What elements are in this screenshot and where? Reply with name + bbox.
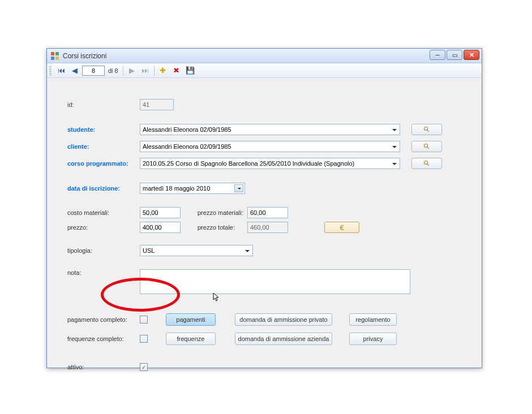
id-field: 41	[140, 99, 174, 110]
svg-point-4	[424, 127, 428, 131]
svg-point-8	[424, 161, 428, 165]
data-iscrizione-picker[interactable]: martedì 18 maggio 2010	[140, 183, 245, 194]
corso-label: corso programmato:	[67, 160, 140, 167]
window-controls: ─ ▭ ✕	[430, 50, 479, 60]
nota-textarea[interactable]	[140, 269, 410, 294]
domanda-azienda-button[interactable]: domanda di ammissione azienda	[235, 333, 332, 345]
studente-label: studente:	[67, 126, 140, 133]
data-iscrizione-label: data di iscrizione:	[67, 185, 140, 192]
frequenze-completo-checkbox[interactable]	[140, 335, 148, 343]
maximize-button[interactable]: ▭	[447, 50, 462, 60]
toolbar-grip	[49, 66, 52, 75]
nota-label: nota:	[67, 269, 140, 276]
delete-record-button[interactable]: ✖	[170, 64, 183, 77]
attivo-checkbox[interactable]: ✓	[140, 363, 148, 371]
corso-dropdown[interactable]: 2010.05.25 Corso di Spagnolo Barcellona …	[140, 158, 400, 169]
svg-line-5	[427, 130, 429, 132]
prezzo-materiali-input[interactable]	[247, 207, 288, 218]
attivo-label: attivo:	[67, 364, 140, 370]
frequenze-button[interactable]: frequenze	[166, 333, 216, 345]
regolamento-button[interactable]: regolamento	[349, 313, 397, 326]
prezzo-label: prezzo:	[67, 224, 140, 231]
add-record-button[interactable]: ✚	[157, 64, 169, 77]
last-record-button: ⏭	[139, 64, 152, 77]
id-label: id:	[67, 101, 140, 108]
cliente-search-button[interactable]	[411, 141, 442, 152]
studente-dropdown[interactable]: Alessandri Eleonora 02/09/1985	[140, 124, 400, 135]
tipologia-label: tipologia:	[67, 247, 140, 254]
next-record-button: ▶	[126, 64, 138, 77]
tipologia-dropdown[interactable]: USL	[140, 245, 253, 256]
separator	[123, 66, 123, 76]
svg-rect-1	[55, 52, 59, 55]
pagamenti-button[interactable]: pagamenti	[166, 313, 216, 326]
prezzo-totale-label: prezzo totale:	[198, 224, 247, 231]
svg-line-7	[427, 147, 429, 149]
prezzo-materiali-label: prezzo materiali:	[198, 209, 247, 216]
minimize-button[interactable]: ─	[430, 50, 445, 60]
svg-line-9	[427, 164, 429, 166]
prezzo-totale-field: 460,00	[247, 222, 288, 233]
domanda-privato-button[interactable]: domanda di ammissione privato	[235, 313, 332, 326]
navigator-toolbar: ⏮ ◀ di 8 ▶ ⏭ ✚ ✖ 💾	[47, 63, 482, 78]
svg-rect-0	[51, 52, 54, 55]
svg-rect-2	[51, 57, 54, 60]
euro-button[interactable]: €	[324, 222, 359, 233]
cliente-label: cliente:	[67, 143, 140, 150]
corso-search-button[interactable]	[411, 158, 442, 169]
titlebar[interactable]: Corsi iscrizioni ─ ▭ ✕	[47, 49, 482, 63]
pagamento-completo-label: pagamento completo:	[67, 316, 140, 323]
costo-materiali-label: costo materiali:	[67, 209, 140, 216]
app-icon	[50, 51, 59, 61]
frequenze-completo-label: frequenze completo:	[67, 335, 140, 342]
separator	[154, 66, 155, 76]
svg-rect-3	[55, 57, 59, 60]
record-position-input[interactable]	[82, 66, 105, 76]
prev-record-button[interactable]: ◀	[68, 64, 81, 77]
search-icon	[423, 160, 430, 167]
calendar-icon[interactable]	[234, 184, 243, 192]
privacy-button[interactable]: privacy	[349, 333, 397, 345]
prezzo-input[interactable]	[140, 222, 181, 233]
window-title: Corsi iscrizioni	[63, 52, 106, 60]
record-of-label: di 8	[106, 67, 121, 74]
main-window: Corsi iscrizioni ─ ▭ ✕ ⏮ ◀ di 8 ▶ ⏭ ✚ ✖ …	[46, 48, 482, 368]
costo-materiali-input[interactable]	[140, 207, 181, 218]
pagamento-completo-checkbox[interactable]	[140, 316, 148, 324]
cliente-dropdown[interactable]: Alessandri Eleonora 02/09/1985	[140, 141, 400, 152]
svg-point-6	[424, 144, 428, 148]
form-content: id: 41 studente: Alessandri Eleonora 02/…	[47, 78, 482, 389]
save-record-button[interactable]: 💾	[184, 64, 196, 77]
close-button[interactable]: ✕	[464, 50, 479, 60]
first-record-button[interactable]: ⏮	[55, 64, 67, 77]
studente-search-button[interactable]	[411, 124, 442, 135]
search-icon	[423, 126, 430, 133]
search-icon	[423, 143, 430, 150]
